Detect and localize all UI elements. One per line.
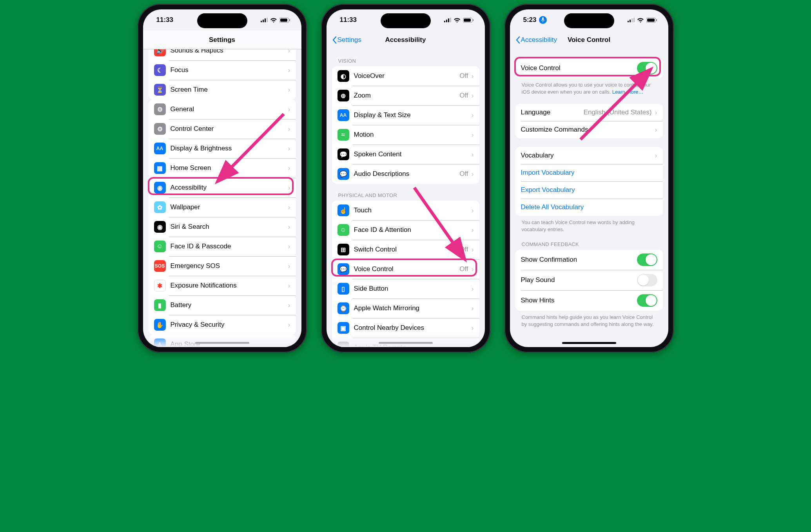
back-button[interactable]: Accessibility xyxy=(515,36,557,44)
toggle[interactable] xyxy=(637,294,657,307)
content[interactable]: Voice Control Voice Control allows you t… xyxy=(510,49,668,347)
chevron-right-icon: › xyxy=(472,150,474,159)
row-motion[interactable]: ≈Motion› xyxy=(332,125,479,145)
row-exposure-notifications[interactable]: ✱Exposure Notifications› xyxy=(149,276,296,295)
chevron-right-icon: › xyxy=(288,105,290,114)
row-home-screen[interactable]: ▦Home Screen› xyxy=(149,158,296,178)
row-customize-commands[interactable]: Customize Commands› xyxy=(515,121,663,138)
chevron-right-icon: › xyxy=(655,109,657,117)
content[interactable]: VISION◐VoiceOverOff›⊕ZoomOff›AADisplay &… xyxy=(327,49,485,347)
home-indicator[interactable] xyxy=(379,342,433,344)
row-label: Control Center xyxy=(171,125,288,133)
row-app-store[interactable]: AApp Store› xyxy=(149,335,296,347)
svg-rect-5 xyxy=(280,18,287,22)
row-label: Accessibility xyxy=(171,184,288,192)
row-voice-control-toggle[interactable]: Voice Control xyxy=(515,58,663,78)
row-label: General xyxy=(171,105,288,113)
row-label: Delete All Vocabulary xyxy=(521,203,657,211)
gear-icon: ⚙︎ xyxy=(154,103,166,115)
row-sounds-haptics[interactable]: 🔊Sounds & Haptics› xyxy=(149,49,296,60)
row-display-text-size[interactable]: AADisplay & Text Size› xyxy=(332,105,479,125)
screen-accessibility: 11:33 Settings Accessibility VISION◐Voic… xyxy=(327,9,485,347)
row-voiceover[interactable]: ◐VoiceOverOff› xyxy=(332,66,479,86)
svg-rect-8 xyxy=(444,21,445,22)
row-zoom[interactable]: ⊕ZoomOff› xyxy=(332,86,479,105)
row-voice-control[interactable]: 💬Voice ControlOff› xyxy=(332,259,479,279)
learn-more-link[interactable]: Learn more… xyxy=(612,89,643,95)
row-privacy-security[interactable]: ✋Privacy & Security› xyxy=(149,315,296,335)
home-indicator[interactable] xyxy=(195,342,249,344)
svg-rect-11 xyxy=(450,18,451,22)
row-label: Import Vocabulary xyxy=(521,169,657,177)
row-label: Touch xyxy=(354,206,472,214)
face-icon: ☺ xyxy=(337,224,349,236)
svg-rect-1 xyxy=(263,20,264,22)
row-siri-search[interactable]: ◉Siri & Search› xyxy=(149,217,296,237)
back-button[interactable]: Settings xyxy=(332,36,361,44)
row-show-confirmation[interactable]: Show Confirmation xyxy=(515,250,663,270)
status-time: 11:33 xyxy=(340,16,357,24)
row-spoken-content[interactable]: 💬Spoken Content› xyxy=(332,145,479,164)
chevron-right-icon: › xyxy=(288,145,290,153)
row-label: Emergency SOS xyxy=(171,262,288,270)
row-control-center[interactable]: ⚙Control Center› xyxy=(149,119,296,139)
home-indicator[interactable] xyxy=(562,342,616,344)
row-label: Face ID & Passcode xyxy=(171,242,288,250)
voice-control-toggle[interactable] xyxy=(637,62,657,74)
row-battery[interactable]: ▮Battery› xyxy=(149,295,296,315)
row-audio-descriptions[interactable]: 💬Audio DescriptionsOff› xyxy=(332,164,479,184)
row-screen-time[interactable]: ⏳Screen Time› xyxy=(149,80,296,100)
row-side-button[interactable]: ▯Side Button› xyxy=(332,279,479,299)
nav-title: Settings xyxy=(143,36,301,44)
row-face-id-attention[interactable]: ☺Face ID & Attention› xyxy=(332,220,479,240)
row-display-brightness[interactable]: AADisplay & Brightness› xyxy=(149,139,296,158)
row-label: Motion xyxy=(354,131,472,139)
row-emergency-sos[interactable]: SOSEmergency SOS› xyxy=(149,256,296,276)
chevron-right-icon: › xyxy=(655,126,657,134)
battery-icon xyxy=(279,18,290,23)
toggle[interactable] xyxy=(637,253,657,266)
back-label: Accessibility xyxy=(521,36,557,44)
row-face-id-passcode[interactable]: ☺Face ID & Passcode› xyxy=(149,237,296,256)
back-label: Settings xyxy=(337,36,361,44)
chevron-right-icon: › xyxy=(288,301,290,309)
row-touch[interactable]: ☝Touch› xyxy=(332,201,479,220)
chevron-right-icon: › xyxy=(288,184,290,192)
dynamic-island xyxy=(381,13,431,28)
row-delete-all-vocabulary[interactable]: Delete All Vocabulary xyxy=(515,199,663,216)
row-show-hints[interactable]: Show Hints xyxy=(515,290,663,311)
chevron-right-icon: › xyxy=(288,203,290,212)
row-export-vocabulary[interactable]: Export Vocabulary xyxy=(515,181,663,199)
content[interactable]: 🔊Sounds & Haptics›☾Focus›⏳Screen Time› ⚙… xyxy=(143,49,301,347)
row-label: Battery xyxy=(171,301,288,309)
svg-rect-13 xyxy=(464,18,471,22)
phone-3: 5:23 Accessibility Voice Control xyxy=(504,4,674,353)
row-label: Audio Descriptions xyxy=(354,170,460,178)
svg-rect-19 xyxy=(633,18,635,22)
row-label: Face ID & Attention xyxy=(354,226,472,234)
svg-rect-10 xyxy=(448,18,449,22)
chevron-left-icon xyxy=(515,36,520,44)
row-general[interactable]: ⚙︎General› xyxy=(149,100,296,119)
row-play-sound[interactable]: Play Sound xyxy=(515,270,663,290)
toggle[interactable] xyxy=(637,274,657,286)
row-label: Focus xyxy=(171,66,288,74)
row-control-nearby-devices[interactable]: ▣Control Nearby Devices› xyxy=(332,318,479,338)
chevron-right-icon: › xyxy=(288,282,290,290)
row-switch-control[interactable]: ⊞Switch ControlOff› xyxy=(332,240,479,259)
grid-icon: ▦ xyxy=(154,162,166,174)
wifi-icon xyxy=(454,18,461,23)
row-focus[interactable]: ☾Focus› xyxy=(149,60,296,80)
battery-icon: ▮ xyxy=(154,299,166,311)
signal-icon xyxy=(444,18,451,22)
vo-icon: ◐ xyxy=(337,70,349,82)
row-wallpaper[interactable]: ✿Wallpaper› xyxy=(149,197,296,217)
chevron-right-icon: › xyxy=(472,246,474,254)
row-import-vocabulary[interactable]: Import Vocabulary xyxy=(515,164,663,181)
row-accessibility[interactable]: ◉Accessibility› xyxy=(149,178,296,197)
row-apple-watch-mirroring[interactable]: ⌚Apple Watch Mirroring› xyxy=(332,299,479,318)
row-vocabulary[interactable]: Vocabulary› xyxy=(515,147,663,164)
chevron-right-icon: › xyxy=(288,223,290,231)
row-language[interactable]: LanguageEnglish (United States)› xyxy=(515,104,663,121)
row-label: Customize Commands xyxy=(521,126,655,134)
